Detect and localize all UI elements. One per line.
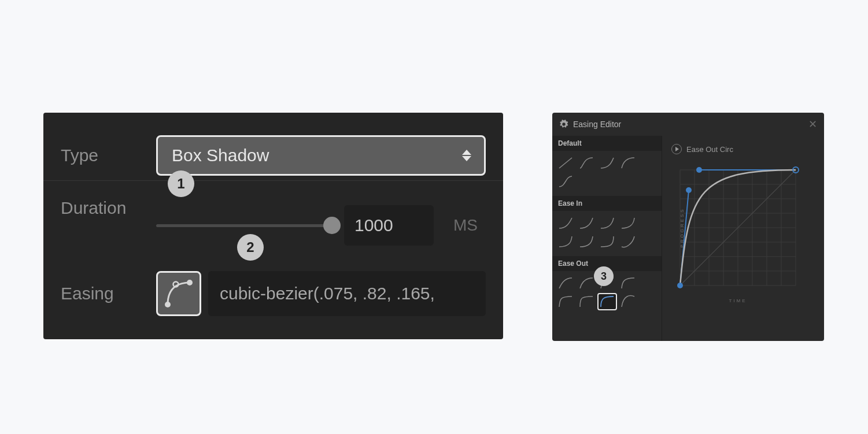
preset-ease-out-expo[interactable]: [577, 293, 596, 310]
callout-badge-3: 3: [594, 266, 614, 286]
curve-name: Ease Out Circ: [686, 145, 733, 154]
svg-point-1: [187, 280, 193, 285]
gear-icon: [559, 120, 568, 129]
duration-slider[interactable]: [156, 224, 333, 227]
preset-ease-in-expo[interactable]: [577, 233, 596, 250]
duration-controls: 1000 MS: [156, 198, 486, 246]
easing-editor-body: Default Ease In Ease Out: [552, 136, 824, 341]
type-value: Box Shadow: [172, 146, 269, 165]
preset-ease-in-out-default[interactable]: [556, 173, 575, 190]
preset-ease-out-quint[interactable]: [556, 293, 575, 310]
type-dropdown[interactable]: Box Shadow: [156, 135, 486, 176]
time-axis-label: TIME: [729, 298, 747, 303]
preset-ease-out-circ[interactable]: [597, 293, 617, 310]
svg-point-25: [686, 187, 692, 193]
transition-panel: Type Box Shadow Duration 1000 MS Easing: [43, 113, 503, 339]
easing-row: Easing cubic-bezier(.075, .82, .165,: [43, 262, 503, 325]
dropdown-chevron-icon: [462, 150, 471, 161]
duration-label: Duration: [61, 198, 156, 218]
preset-ease-in-sine[interactable]: [556, 214, 575, 232]
ease-out-presets: 3: [552, 271, 662, 316]
section-default-header: Default: [552, 136, 662, 151]
duration-unit: MS: [445, 216, 486, 235]
preset-ease[interactable]: [577, 154, 596, 172]
bezier-graph[interactable]: PROGRESS TIME: [671, 161, 804, 294]
easing-editor-title: Easing Editor: [573, 120, 621, 129]
callout-badge-1: 1: [168, 170, 194, 197]
play-icon[interactable]: [671, 144, 682, 154]
section-ease-in-header: Ease In: [552, 196, 662, 211]
preset-ease-out-sine[interactable]: [556, 275, 575, 292]
type-label: Type: [61, 146, 156, 165]
preset-ease-in-back[interactable]: [618, 233, 638, 250]
easing-value: cubic-bezier(.075, .82, .165,: [220, 284, 435, 303]
close-icon[interactable]: ✕: [808, 119, 817, 129]
preset-ease-out-default[interactable]: [618, 154, 638, 172]
duration-row: Duration 1000 MS: [43, 181, 503, 262]
easing-label: Easing: [61, 284, 156, 303]
slider-thumb[interactable]: [323, 217, 341, 234]
ease-in-presets: [552, 211, 662, 256]
svg-point-26: [696, 167, 702, 173]
preset-ease-in-cubic[interactable]: [597, 214, 617, 232]
callout-badge-2: 2: [237, 234, 264, 261]
easing-graph-area: Ease Out Circ: [662, 136, 824, 341]
preset-ease-in-default[interactable]: [597, 154, 617, 172]
duration-value: 1000: [354, 216, 393, 235]
easing-curve-button[interactable]: [156, 271, 201, 316]
easing-editor-header: Easing Editor ✕: [552, 113, 824, 136]
easing-presets-sidebar: Default Ease In Ease Out: [552, 136, 662, 341]
preset-ease-out-quad[interactable]: [577, 275, 596, 292]
preset-ease-out-back[interactable]: [618, 293, 638, 310]
easing-editor-panel: Easing Editor ✕ Default Ease In: [552, 113, 824, 341]
default-presets: [552, 151, 662, 196]
progress-axis-label: PROGRESS: [679, 207, 685, 247]
bezier-icon: [164, 279, 193, 308]
easing-input[interactable]: cubic-bezier(.075, .82, .165,: [208, 271, 486, 316]
svg-point-24: [677, 283, 683, 288]
type-row: Type Box Shadow: [43, 130, 503, 181]
preset-ease-out-quart[interactable]: [618, 275, 638, 292]
preset-ease-in-circ[interactable]: [597, 233, 617, 250]
preset-ease-in-quint[interactable]: [556, 233, 575, 250]
preset-ease-in-quart[interactable]: [618, 214, 638, 232]
duration-input[interactable]: 1000: [344, 205, 434, 246]
preset-ease-in-quad[interactable]: [577, 214, 596, 232]
svg-point-0: [165, 302, 171, 307]
preset-linear[interactable]: [556, 154, 575, 172]
curve-title-row: Ease Out Circ: [671, 144, 815, 154]
